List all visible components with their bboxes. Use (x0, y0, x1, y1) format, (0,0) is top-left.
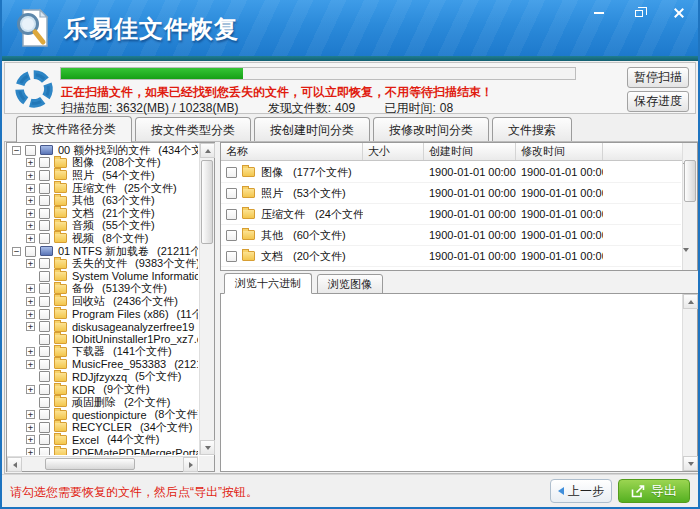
table-row[interactable] (221, 267, 681, 270)
minimize-icon (594, 12, 604, 14)
minimize-button[interactable] (586, 4, 612, 22)
export-button[interactable]: 导出 (618, 479, 690, 503)
checkbox[interactable] (39, 220, 50, 231)
tree-item[interactable]: + 丢失的文件 (9383个文件) (7, 257, 198, 270)
tree-item[interactable]: + PDFMatePDFMergerPortable (1 (7, 446, 198, 455)
checkbox[interactable] (226, 209, 237, 220)
scroll-down-button[interactable] (683, 252, 689, 270)
expander-icon[interactable]: + (26, 347, 35, 356)
checkbox[interactable] (226, 230, 237, 241)
table-row[interactable]: 其他 (60个文件) 1900-01-01 00:00 1900-01-01 0… (221, 225, 681, 246)
table-vscroll-thumb[interactable] (684, 160, 696, 202)
table-vertical-scrollbar[interactable] (682, 143, 697, 270)
preview-vertical-scrollbar[interactable] (682, 294, 697, 471)
checkbox[interactable] (39, 157, 50, 168)
close-button[interactable] (666, 4, 692, 22)
checkbox[interactable] (39, 447, 50, 455)
scroll-up-button[interactable] (200, 143, 215, 158)
checkbox[interactable] (39, 321, 50, 332)
scroll-down-button[interactable] (683, 456, 698, 471)
category-tab[interactable]: 按文件类型分类 (135, 117, 251, 142)
checkbox[interactable] (39, 233, 50, 244)
checkbox[interactable] (226, 251, 237, 262)
expander-icon[interactable]: + (26, 196, 35, 205)
checkbox[interactable] (39, 170, 50, 181)
tree-item[interactable]: + Excel (44个文件) (7, 434, 198, 447)
checkbox[interactable] (39, 183, 50, 194)
expander-icon[interactable]: + (26, 184, 35, 193)
checkbox[interactable] (39, 334, 50, 345)
expander-icon[interactable]: − (12, 247, 21, 256)
table-row[interactable]: 压缩文件 (24个文件) 1900-01-01 00:00 1900-01-01… (221, 204, 681, 225)
tree-hscroll-thumb[interactable] (45, 458, 135, 470)
column-header-modified[interactable]: 修改时间 (516, 143, 603, 160)
category-tab[interactable]: 文件搜索 (492, 117, 572, 142)
checkbox[interactable] (25, 145, 36, 156)
checkbox[interactable] (39, 384, 50, 395)
save-progress-button[interactable]: 保存进度 (627, 91, 689, 112)
tree-vertical-scrollbar[interactable] (199, 143, 214, 455)
column-header-name[interactable]: 名称 (221, 143, 363, 160)
checkbox[interactable] (39, 195, 50, 206)
expander-icon[interactable]: + (26, 209, 35, 218)
column-header-created[interactable]: 创建时间 (424, 143, 516, 160)
checkbox[interactable] (39, 346, 50, 357)
row-name: 图像 (261, 165, 283, 180)
checkbox[interactable] (39, 208, 50, 219)
expander-icon[interactable]: + (26, 435, 35, 444)
checkbox[interactable] (39, 309, 50, 320)
expander-icon[interactable]: + (26, 234, 35, 243)
checkbox[interactable] (39, 371, 50, 382)
tree-horizontal-scrollbar[interactable] (7, 456, 198, 471)
scroll-down-button[interactable] (200, 440, 215, 455)
pause-scan-button[interactable]: 暂停扫描 (627, 67, 689, 88)
column-header-size[interactable]: 大小 (363, 143, 424, 160)
preview-tab[interactable]: 浏览图像 (317, 274, 383, 294)
tree-vscroll-thumb[interactable] (201, 160, 213, 244)
expander-icon[interactable]: + (26, 410, 35, 419)
expander-icon[interactable]: + (26, 284, 35, 293)
back-button[interactable]: 上一步 (550, 479, 612, 503)
expander-icon[interactable]: + (26, 259, 35, 268)
category-tab[interactable]: 按修改时间分类 (373, 117, 489, 142)
scroll-up-button[interactable] (683, 143, 689, 161)
expander-icon[interactable]: + (26, 310, 35, 319)
expander-icon[interactable]: + (26, 385, 35, 394)
tree-item[interactable]: + RECYCLER (34个文件) (7, 421, 198, 434)
expander-icon[interactable]: − (12, 146, 21, 155)
checkbox[interactable] (39, 283, 50, 294)
tree-item[interactable]: + diskusageanalyzerfree19 (23个 (7, 320, 198, 333)
table-row[interactable]: 文档 (20个文件) 1900-01-01 00:00 1900-01-01 0… (221, 246, 681, 267)
table-row[interactable]: 图像 (177个文件) 1900-01-01 00:00 1900-01-01 … (221, 162, 681, 183)
checkbox[interactable] (39, 434, 50, 445)
expander-icon[interactable]: + (26, 297, 35, 306)
expander-icon[interactable]: + (26, 158, 35, 167)
table-row[interactable]: 照片 (53个文件) 1900-01-01 00:00 1900-01-01 0… (221, 183, 681, 204)
category-tab[interactable]: 按创建时间分类 (254, 117, 370, 142)
checkbox[interactable] (39, 258, 50, 269)
checkbox[interactable] (39, 296, 50, 307)
category-tab[interactable]: 按文件路径分类 (16, 116, 132, 142)
checkbox[interactable] (25, 246, 36, 257)
checkbox[interactable] (39, 409, 50, 420)
checkbox[interactable] (226, 167, 237, 178)
checkbox[interactable] (226, 188, 237, 199)
expander-icon[interactable]: + (26, 171, 35, 180)
preview-tab[interactable]: 浏览十六进制 (224, 273, 312, 294)
scroll-left-button[interactable] (7, 457, 22, 472)
checkbox[interactable] (39, 422, 50, 433)
expander-icon[interactable]: + (26, 360, 35, 369)
expander-icon[interactable]: + (26, 322, 35, 331)
restore-button[interactable] (626, 4, 652, 22)
checkbox[interactable] (39, 359, 50, 370)
scroll-right-button[interactable] (183, 457, 198, 472)
expander-icon[interactable]: + (26, 423, 35, 432)
tree-item[interactable]: + 回收站 (2436个文件) (7, 295, 198, 308)
scroll-up-button[interactable] (683, 294, 698, 309)
expander-icon[interactable]: + (26, 448, 35, 455)
checkbox[interactable] (39, 397, 50, 408)
checkbox[interactable] (39, 271, 50, 282)
expander-icon[interactable]: + (26, 221, 35, 230)
tree-item[interactable]: + 下载器 (141个文件) (7, 346, 198, 359)
tree-item[interactable]: + Program Files (x86) (11个文件) (7, 308, 198, 321)
